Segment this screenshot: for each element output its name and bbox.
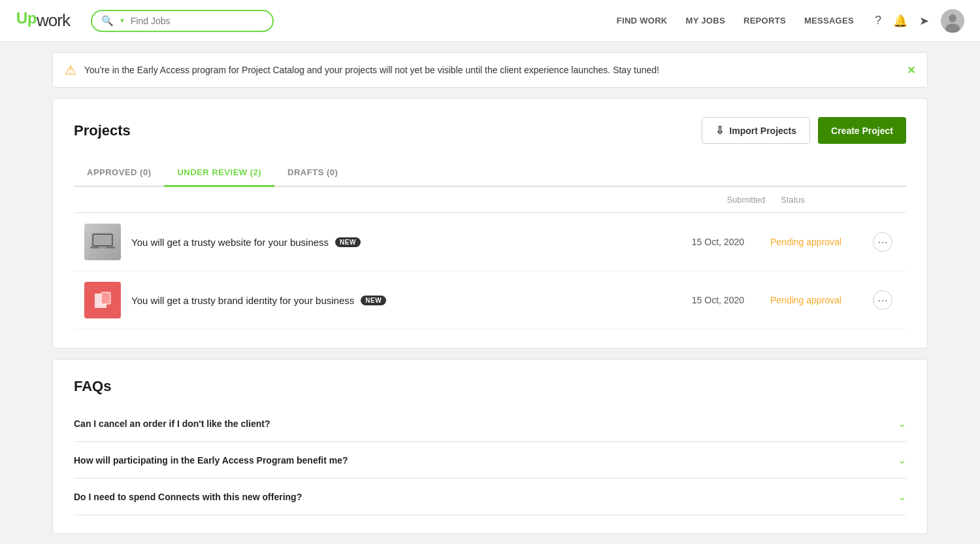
nav-find-work[interactable]: FIND WORK bbox=[617, 16, 668, 26]
download-icon: ⇩ bbox=[715, 124, 724, 137]
table-row: You will get a trusty website for your b… bbox=[74, 213, 906, 271]
project-status-1: Pending approval bbox=[755, 237, 859, 247]
project-thumbnail-2 bbox=[84, 282, 121, 318]
svg-rect-5 bbox=[93, 235, 112, 245]
project-status-2: Pending approval bbox=[755, 295, 859, 305]
table-row: You will get a trusty brand identity for… bbox=[74, 271, 906, 330]
nav-reports[interactable]: REPORTS bbox=[743, 16, 786, 26]
import-label: Import Projects bbox=[729, 126, 796, 136]
project-name-2: You will get a trusty brand identity for… bbox=[131, 295, 354, 306]
project-actions-1: ⋯ bbox=[870, 232, 896, 252]
logo-work: work bbox=[37, 10, 70, 31]
projects-title: Projects bbox=[74, 122, 131, 139]
nav-messages[interactable]: MESSAGES bbox=[804, 16, 854, 26]
project-tabs: APPROVED (0) UNDER REVIEW (2) DRAFTS (0) bbox=[74, 160, 906, 187]
svg-rect-7 bbox=[99, 246, 106, 248]
svg-rect-9 bbox=[101, 292, 110, 304]
faq-question-3: Do I need to spend Connects with this ne… bbox=[74, 492, 302, 502]
faqs-title: FAQs bbox=[74, 378, 906, 395]
project-thumbnail-1 bbox=[84, 224, 121, 260]
faq-item-3[interactable]: Do I need to spend Connects with this ne… bbox=[74, 479, 906, 515]
status-header: Status bbox=[765, 195, 870, 205]
navbar: Up work 🔍 ▼ FIND WORK MY JOBS REPORTS ME… bbox=[0, 0, 980, 42]
project-info-2: You will get a trusty brand identity for… bbox=[131, 295, 642, 306]
tab-drafts[interactable]: DRAFTS (0) bbox=[274, 160, 351, 187]
import-projects-button[interactable]: ⇩ Import Projects bbox=[702, 117, 810, 144]
chevron-down-icon-2: ⌄ bbox=[898, 454, 906, 466]
tab-under-review[interactable]: UNDER REVIEW (2) bbox=[164, 160, 274, 187]
faq-item-1[interactable]: Can I cancel an order if I don't like th… bbox=[74, 405, 906, 442]
project-more-button-1[interactable]: ⋯ bbox=[873, 232, 892, 252]
nav-my-jobs[interactable]: MY JOBS bbox=[686, 16, 725, 26]
table-header: Submitted Status bbox=[74, 187, 906, 213]
notifications-button[interactable]: 🔔 bbox=[893, 14, 907, 28]
faq-question-2: How will participating in the Early Acce… bbox=[74, 455, 348, 466]
project-submitted-1: 15 Oct, 2020 bbox=[653, 237, 744, 247]
table-spacer bbox=[84, 195, 674, 205]
create-project-button[interactable]: Create Project bbox=[818, 117, 906, 144]
project-name-1: You will get a trusty website for your b… bbox=[131, 237, 329, 248]
banner-close-button[interactable]: ✕ bbox=[907, 64, 915, 76]
search-dropdown-arrow[interactable]: ▼ bbox=[119, 17, 125, 24]
faq-item-2[interactable]: How will participating in the Early Acce… bbox=[74, 442, 906, 479]
cursor-icon[interactable]: ➤ bbox=[919, 14, 929, 28]
project-submitted-2: 15 Oct, 2020 bbox=[653, 295, 744, 305]
search-icon: 🔍 bbox=[101, 15, 114, 27]
early-access-banner: ⚠ You're in the Early Access program for… bbox=[52, 52, 928, 88]
projects-header: Projects ⇩ Import Projects Create Projec… bbox=[74, 117, 906, 144]
project-more-button-2[interactable]: ⋯ bbox=[873, 290, 892, 310]
projects-card: Projects ⇩ Import Projects Create Projec… bbox=[52, 98, 928, 348]
projects-actions: ⇩ Import Projects Create Project bbox=[702, 117, 906, 144]
avatar[interactable] bbox=[941, 9, 964, 33]
tab-approved[interactable]: APPROVED (0) bbox=[74, 160, 164, 187]
logo-up: Up bbox=[16, 10, 39, 31]
faq-question-1: Can I cancel an order if I don't like th… bbox=[74, 418, 270, 429]
nav-icons: ? 🔔 ➤ bbox=[875, 9, 964, 33]
badge-new-2: NEW bbox=[361, 296, 386, 305]
project-info-1: You will get a trusty website for your b… bbox=[131, 237, 642, 248]
warning-icon: ⚠ bbox=[65, 62, 76, 78]
logo[interactable]: Up work bbox=[16, 10, 70, 31]
chevron-down-icon-1: ⌄ bbox=[898, 417, 906, 430]
submitted-header: Submitted bbox=[674, 195, 765, 205]
chevron-down-icon-3: ⌄ bbox=[898, 490, 906, 503]
search-bar[interactable]: 🔍 ▼ bbox=[91, 10, 274, 32]
actions-header bbox=[870, 195, 896, 205]
badge-new-1: NEW bbox=[335, 237, 361, 247]
help-button[interactable]: ? bbox=[875, 14, 881, 27]
svg-point-2 bbox=[949, 14, 956, 22]
main-content: Projects ⇩ Import Projects Create Projec… bbox=[52, 98, 928, 534]
banner-text: You're in the Early Access program for P… bbox=[84, 65, 899, 75]
svg-text:Up: Up bbox=[16, 10, 37, 27]
project-actions-2: ⋯ bbox=[870, 290, 896, 310]
nav-links: FIND WORK MY JOBS REPORTS MESSAGES bbox=[617, 16, 854, 26]
faqs-card: FAQs Can I cancel an order if I don't li… bbox=[52, 359, 928, 534]
search-input[interactable] bbox=[131, 16, 263, 26]
